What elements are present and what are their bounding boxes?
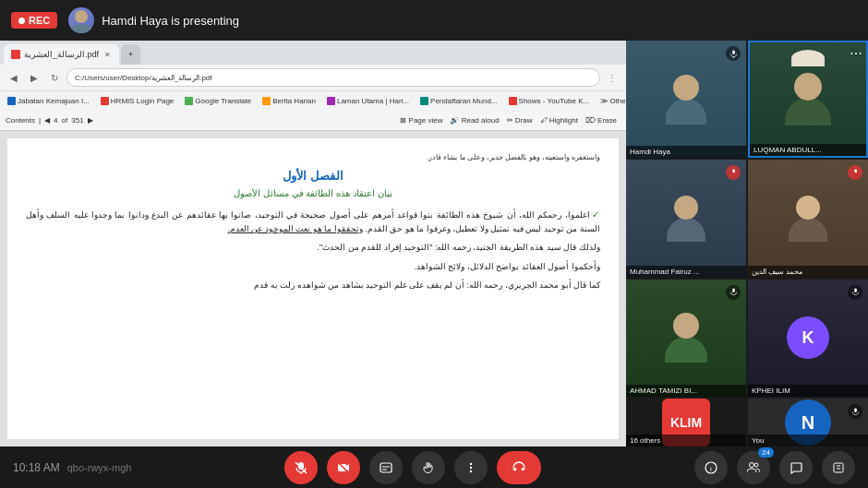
pdf-toolbar-fit[interactable]: ⊠ Page view (400, 116, 442, 125)
tamizi-avatar-body (665, 337, 707, 363)
mic-button[interactable] (284, 451, 318, 484)
bookmark-label: ≫ Other favorites (600, 97, 626, 105)
tamizi-name-bar: AHMAD TAMIZI BI... (626, 385, 746, 397)
browser-tab-active[interactable]: الرسالة_العشرية.pdf ✕ (4, 44, 119, 65)
pdf-toolbar-erase[interactable]: ⌦ Erase (585, 116, 617, 125)
svg-rect-9 (854, 289, 857, 293)
bookmark-jabatan[interactable]: Jabatan Kemajuan I... (4, 96, 93, 106)
address-text: C:/Users/user/Desktop/الرسالة_العشرية.pd… (75, 74, 212, 82)
more-options-button[interactable] (454, 451, 488, 484)
kphei-mic-icon (848, 285, 862, 300)
pdf-toolbar: Contents | ◀ 4 of 351 ▶ ⊠ Page view 🔊 Re… (0, 111, 626, 131)
raise-hand-button[interactable] (412, 451, 445, 484)
pdf-preface: واستغفره واستعينه، وهو بالفضل جدير، وعلى… (26, 153, 600, 161)
klim-text: KLIM (670, 415, 702, 430)
participant-tile-tamizi[interactable]: AHMAD TAMIZI BI... (626, 280, 746, 397)
bookmark-hrmis[interactable]: HRMIS Login Page (97, 96, 177, 106)
participant-tile-others[interactable]: KLIM 16 others (626, 399, 746, 446)
bookmark-shows[interactable]: Shows - YouTube K... (505, 96, 594, 106)
luqman-options-icon[interactable]: ⋯ (850, 46, 862, 61)
address-bar[interactable]: C:/Users/user/Desktop/الرسالة_العشرية.pd… (66, 68, 600, 87)
hamdi-name-bar: Hamdi Haya (626, 146, 746, 158)
svg-rect-10 (854, 408, 857, 412)
participants-panel: Hamdi Haya LUQMAN ABDULL... ⋯ Muhammad F… (626, 41, 868, 446)
browser-toolbar: ◀ ▶ ↻ C:/Users/user/Desktop/الرسالة_العش… (0, 65, 626, 90)
pdf-page-number[interactable]: 4 (54, 116, 57, 125)
kphei-name-bar: KPHEI ILIM (748, 385, 868, 397)
bookmark-icon (509, 97, 517, 105)
bookmark-laman[interactable]: Laman Utama | Hari... (323, 96, 413, 106)
pdf-nav-prev[interactable]: ◀ (44, 116, 50, 125)
pdf-favicon-icon (11, 50, 20, 59)
bookmark-berita[interactable]: Berita Harian (259, 96, 319, 106)
rec-label: REC (29, 15, 50, 26)
hamdi-avatar-head (673, 75, 699, 101)
end-call-button[interactable] (497, 451, 541, 484)
bookmark-google[interactable]: Google Translate (181, 96, 255, 106)
svg-point-21 (470, 467, 472, 469)
meeting-time: 10:18 AM (13, 461, 60, 474)
bookmark-label: Jabatan Kemajuan I... (18, 97, 90, 105)
participant-tile-you[interactable]: N You (748, 399, 868, 446)
sidebar-buttons: i 24 (694, 451, 855, 484)
rec-badge: REC (11, 12, 57, 29)
info-button[interactable]: i (694, 451, 728, 484)
luqman-hat (791, 50, 825, 66)
bookmark-label: Google Translate (195, 97, 251, 105)
fairuz-avatar-body (667, 218, 705, 242)
luqman-avatar-body (785, 98, 831, 125)
pdf-viewer: الرسالة_العشرية.pdf ✕ + ◀ ▶ ↻ C:/Users/u… (0, 41, 626, 446)
back-button[interactable]: ◀ (6, 69, 22, 86)
fairuz-name-bar: Muhammad Fairuz ... (626, 266, 746, 278)
bookmarks-bar: Jabatan Kemajuan I... HRMIS Login Page G… (0, 90, 626, 111)
bookmark-pendaft[interactable]: Pendaftaran Mund... (416, 96, 501, 106)
participant-tile-hamdi[interactable]: Hamdi Haya (626, 41, 746, 158)
browser-tab-new[interactable]: + (121, 44, 140, 65)
luqman-name-bar: LUQMAN ABDULL... (750, 144, 866, 156)
syaifudin-avatar-head (796, 196, 820, 220)
pdf-chapter-title: الفصل الأول (26, 169, 600, 183)
others-name-bar: 16 others (626, 434, 746, 446)
pdf-page: واستغفره واستعينه، وهو بالفضل جدير، وعلى… (7, 138, 619, 439)
camera-button[interactable] (327, 451, 360, 484)
svg-rect-17 (380, 463, 392, 472)
bookmark-icon (101, 97, 109, 105)
chat-button[interactable] (779, 451, 813, 484)
pdf-toolbar-highlight[interactable]: 🖊 Highlight (540, 116, 578, 125)
you-mic-icon (848, 404, 862, 419)
bookmark-label: Pendaftaran Mund... (430, 97, 498, 105)
captions-button[interactable] (369, 451, 403, 484)
pdf-toolbar-draw[interactable]: ✏ Draw (507, 116, 533, 125)
participant-tile-luqman[interactable]: LUQMAN ABDULL... ⋯ (748, 41, 868, 158)
pdf-page-of: of (62, 116, 68, 125)
bookmark-icon (7, 97, 16, 105)
pdf-para-1: ✓ اعلموا، رحمكم الله، أن شيوخ هذه الطائف… (26, 208, 600, 235)
pdf-subtitle: بيان اعتقاد هذه الطائفة في مسائل الأصول (26, 188, 600, 198)
rec-dot-icon (18, 18, 25, 24)
bookmark-label: Laman Utama | Hari... (337, 97, 409, 105)
kphei-avatar: K (787, 316, 829, 359)
svg-point-20 (470, 463, 472, 465)
pdf-content: واستغفره واستعينه، وهو بالفضل جدير، وعلى… (0, 131, 626, 446)
pdf-total-pages: 351 (71, 116, 83, 125)
bookmark-others[interactable]: ≫ Other favorites (597, 96, 626, 106)
pdf-toolbar-read[interactable]: 🔊 Read aloud (450, 116, 499, 125)
tab-close-icon[interactable]: ✕ (102, 50, 112, 59)
forward-button[interactable]: ▶ (26, 69, 42, 86)
contents-label[interactable]: Contents (6, 116, 35, 125)
bookmark-icon (185, 97, 193, 105)
reload-button[interactable]: ↻ (46, 69, 63, 86)
participant-tile-syaifudin[interactable]: محمد سيف الدين (748, 160, 868, 277)
extensions-icon[interactable]: ⋮ (604, 69, 621, 86)
people-button-wrapper: 24 (737, 451, 770, 484)
hamdi-avatar-body (666, 99, 706, 125)
svg-point-25 (749, 463, 753, 468)
svg-point-1 (70, 24, 92, 33)
participant-tile-fairuz[interactable]: Muhammad Fairuz ... (626, 160, 746, 277)
participant-tile-kphei[interactable]: K KPHEI ILIM (748, 280, 868, 397)
activities-button[interactable] (822, 451, 855, 484)
luqman-avatar-head (794, 73, 822, 101)
bookmark-label: Shows - YouTube K... (519, 97, 590, 105)
pdf-nav-next[interactable]: ▶ (88, 116, 93, 125)
active-tab-label: الرسالة_العشرية.pdf (24, 50, 99, 59)
